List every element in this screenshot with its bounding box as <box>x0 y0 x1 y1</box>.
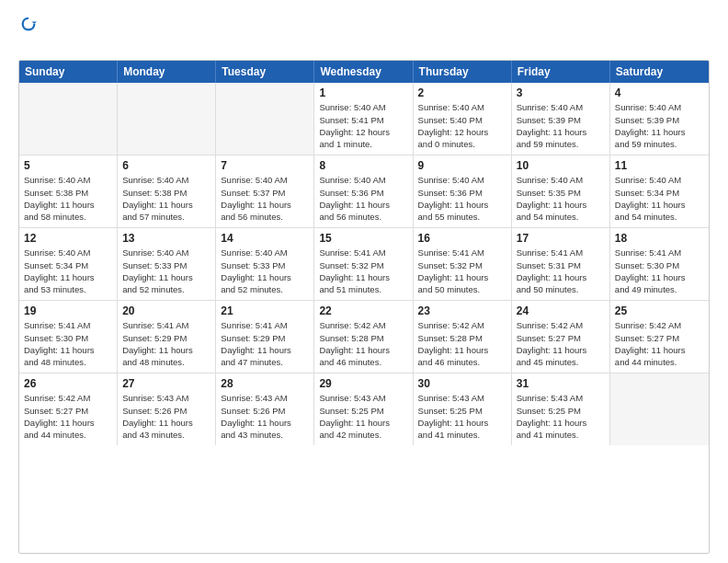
calendar-day-cell: 20Sunrise: 5:41 AM Sunset: 5:29 PM Dayli… <box>118 301 216 373</box>
day-number: 17 <box>517 232 605 245</box>
calendar-day-cell <box>610 373 709 445</box>
day-info: Sunrise: 5:40 AM Sunset: 5:41 PM Dayligh… <box>319 101 407 150</box>
day-number: 8 <box>319 159 407 172</box>
weekday-header: Monday <box>118 61 216 83</box>
day-number: 26 <box>24 377 112 390</box>
header <box>18 17 710 51</box>
calendar-body: 1Sunrise: 5:40 AM Sunset: 5:41 PM Daylig… <box>19 83 709 445</box>
day-info: Sunrise: 5:42 AM Sunset: 5:27 PM Dayligh… <box>24 392 112 441</box>
calendar-day-cell: 24Sunrise: 5:42 AM Sunset: 5:27 PM Dayli… <box>512 301 610 373</box>
day-info: Sunrise: 5:41 AM Sunset: 5:32 PM Dayligh… <box>319 247 407 295</box>
calendar-day-cell: 28Sunrise: 5:43 AM Sunset: 5:26 PM Dayli… <box>216 373 314 445</box>
day-info: Sunrise: 5:40 AM Sunset: 5:36 PM Dayligh… <box>319 174 407 223</box>
page: SundayMondayTuesdayWednesdayThursdayFrid… <box>0 0 728 563</box>
calendar-day-cell: 30Sunrise: 5:43 AM Sunset: 5:25 PM Dayli… <box>414 373 512 445</box>
calendar-header: SundayMondayTuesdayWednesdayThursdayFrid… <box>19 61 709 83</box>
day-number: 28 <box>221 377 309 390</box>
day-number: 15 <box>319 232 407 245</box>
calendar-day-cell: 14Sunrise: 5:40 AM Sunset: 5:33 PM Dayli… <box>216 228 314 300</box>
weekday-header: Friday <box>512 61 610 83</box>
calendar-day-cell: 17Sunrise: 5:41 AM Sunset: 5:31 PM Dayli… <box>512 228 610 300</box>
day-info: Sunrise: 5:41 AM Sunset: 5:30 PM Dayligh… <box>615 247 704 295</box>
calendar-day-cell: 11Sunrise: 5:40 AM Sunset: 5:34 PM Dayli… <box>610 155 709 227</box>
day-info: Sunrise: 5:40 AM Sunset: 5:39 PM Dayligh… <box>615 101 704 150</box>
day-info: Sunrise: 5:40 AM Sunset: 5:36 PM Dayligh… <box>418 174 506 223</box>
day-info: Sunrise: 5:43 AM Sunset: 5:25 PM Dayligh… <box>517 392 605 441</box>
day-info: Sunrise: 5:42 AM Sunset: 5:28 PM Dayligh… <box>418 319 506 368</box>
calendar-day-cell: 9Sunrise: 5:40 AM Sunset: 5:36 PM Daylig… <box>414 155 512 227</box>
day-number: 9 <box>418 159 506 172</box>
day-number: 1 <box>319 86 407 99</box>
calendar-day-cell: 8Sunrise: 5:40 AM Sunset: 5:36 PM Daylig… <box>314 155 413 227</box>
day-info: Sunrise: 5:43 AM Sunset: 5:25 PM Dayligh… <box>418 392 506 441</box>
weekday-header: Thursday <box>414 61 512 83</box>
day-number: 22 <box>319 304 407 317</box>
day-number: 30 <box>418 377 506 390</box>
weekday-header: Tuesday <box>216 61 314 83</box>
calendar-day-cell: 23Sunrise: 5:42 AM Sunset: 5:28 PM Dayli… <box>414 301 512 373</box>
day-number: 25 <box>615 304 704 317</box>
day-number: 21 <box>221 304 309 317</box>
day-number: 4 <box>615 86 704 99</box>
day-info: Sunrise: 5:41 AM Sunset: 5:29 PM Dayligh… <box>221 319 309 368</box>
day-info: Sunrise: 5:43 AM Sunset: 5:25 PM Dayligh… <box>319 392 407 441</box>
calendar-day-cell: 5Sunrise: 5:40 AM Sunset: 5:38 PM Daylig… <box>19 155 118 227</box>
calendar-week-row: 19Sunrise: 5:41 AM Sunset: 5:30 PM Dayli… <box>19 301 709 373</box>
day-info: Sunrise: 5:41 AM Sunset: 5:32 PM Dayligh… <box>418 247 506 295</box>
day-info: Sunrise: 5:41 AM Sunset: 5:31 PM Dayligh… <box>517 247 605 295</box>
day-number: 29 <box>319 377 407 390</box>
calendar-day-cell: 13Sunrise: 5:40 AM Sunset: 5:33 PM Dayli… <box>118 228 216 300</box>
day-info: Sunrise: 5:43 AM Sunset: 5:26 PM Dayligh… <box>221 392 309 441</box>
day-info: Sunrise: 5:41 AM Sunset: 5:30 PM Dayligh… <box>24 319 112 368</box>
calendar-day-cell: 26Sunrise: 5:42 AM Sunset: 5:27 PM Dayli… <box>19 373 118 445</box>
weekday-header: Sunday <box>19 61 118 83</box>
day-info: Sunrise: 5:40 AM Sunset: 5:38 PM Dayligh… <box>122 174 210 223</box>
day-number: 10 <box>517 159 605 172</box>
day-info: Sunrise: 5:40 AM Sunset: 5:39 PM Dayligh… <box>517 101 605 150</box>
calendar-day-cell: 21Sunrise: 5:41 AM Sunset: 5:29 PM Dayli… <box>216 301 314 373</box>
day-number: 2 <box>418 86 506 99</box>
day-number: 13 <box>122 232 210 245</box>
day-info: Sunrise: 5:42 AM Sunset: 5:28 PM Dayligh… <box>319 319 407 368</box>
logo <box>18 17 37 51</box>
calendar-day-cell: 18Sunrise: 5:41 AM Sunset: 5:30 PM Dayli… <box>610 228 709 300</box>
day-number: 12 <box>24 232 112 245</box>
calendar-week-row: 1Sunrise: 5:40 AM Sunset: 5:41 PM Daylig… <box>19 83 709 155</box>
day-number: 23 <box>418 304 506 317</box>
day-number: 20 <box>122 304 210 317</box>
day-number: 18 <box>615 232 704 245</box>
logo-icon <box>20 17 37 33</box>
calendar: SundayMondayTuesdayWednesdayThursdayFrid… <box>18 60 710 554</box>
calendar-day-cell: 16Sunrise: 5:41 AM Sunset: 5:32 PM Dayli… <box>414 228 512 300</box>
calendar-day-cell: 1Sunrise: 5:40 AM Sunset: 5:41 PM Daylig… <box>314 83 413 155</box>
day-info: Sunrise: 5:42 AM Sunset: 5:27 PM Dayligh… <box>517 319 605 368</box>
day-number: 27 <box>122 377 210 390</box>
svg-marker-0 <box>32 21 37 24</box>
calendar-day-cell: 10Sunrise: 5:40 AM Sunset: 5:35 PM Dayli… <box>512 155 610 227</box>
weekday-header: Wednesday <box>314 61 413 83</box>
day-info: Sunrise: 5:40 AM Sunset: 5:40 PM Dayligh… <box>418 101 506 150</box>
day-info: Sunrise: 5:40 AM Sunset: 5:37 PM Dayligh… <box>221 174 309 223</box>
day-number: 14 <box>221 232 309 245</box>
calendar-day-cell <box>118 83 216 155</box>
calendar-day-cell: 12Sunrise: 5:40 AM Sunset: 5:34 PM Dayli… <box>19 228 118 300</box>
calendar-day-cell <box>19 83 118 155</box>
calendar-day-cell: 27Sunrise: 5:43 AM Sunset: 5:26 PM Dayli… <box>118 373 216 445</box>
calendar-day-cell: 19Sunrise: 5:41 AM Sunset: 5:30 PM Dayli… <box>19 301 118 373</box>
day-number: 31 <box>517 377 605 390</box>
day-number: 24 <box>517 304 605 317</box>
calendar-day-cell: 6Sunrise: 5:40 AM Sunset: 5:38 PM Daylig… <box>118 155 216 227</box>
day-number: 5 <box>24 159 112 172</box>
calendar-week-row: 12Sunrise: 5:40 AM Sunset: 5:34 PM Dayli… <box>19 228 709 301</box>
calendar-day-cell: 15Sunrise: 5:41 AM Sunset: 5:32 PM Dayli… <box>314 228 413 300</box>
day-info: Sunrise: 5:40 AM Sunset: 5:35 PM Dayligh… <box>517 174 605 223</box>
calendar-day-cell: 25Sunrise: 5:42 AM Sunset: 5:27 PM Dayli… <box>610 301 709 373</box>
day-number: 3 <box>517 86 605 99</box>
calendar-day-cell: 29Sunrise: 5:43 AM Sunset: 5:25 PM Dayli… <box>314 373 413 445</box>
day-number: 11 <box>615 159 704 172</box>
calendar-day-cell <box>216 83 314 155</box>
day-info: Sunrise: 5:41 AM Sunset: 5:29 PM Dayligh… <box>122 319 210 368</box>
day-info: Sunrise: 5:42 AM Sunset: 5:27 PM Dayligh… <box>615 319 704 368</box>
day-info: Sunrise: 5:40 AM Sunset: 5:34 PM Dayligh… <box>24 247 112 295</box>
calendar-day-cell: 7Sunrise: 5:40 AM Sunset: 5:37 PM Daylig… <box>216 155 314 227</box>
